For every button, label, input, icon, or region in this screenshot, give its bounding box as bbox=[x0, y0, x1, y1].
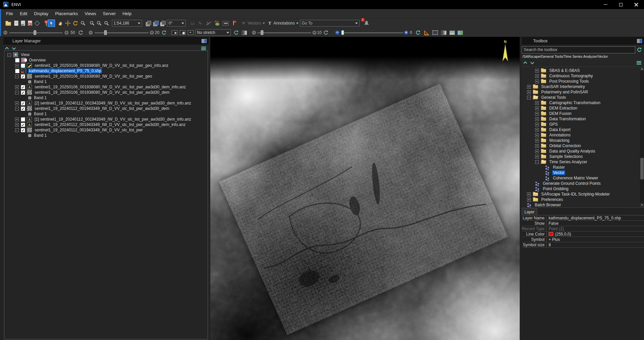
layer-label[interactable]: [2] sentinel1_19_20240112_001943349_IW_D… bbox=[34, 101, 192, 105]
tree-expander-icon[interactable] bbox=[535, 160, 539, 164]
tree-expander-icon[interactable] bbox=[535, 144, 539, 148]
notifications-button[interactable]: 1 bbox=[363, 19, 370, 27]
sharpen-slider-thumb[interactable] bbox=[261, 30, 263, 35]
annotations-dropdown[interactable]: Annotations bbox=[273, 20, 299, 27]
tree-expander-icon[interactable] bbox=[535, 133, 539, 137]
histogram-stretch-button[interactable] bbox=[241, 29, 248, 36]
tree-expander-icon[interactable] bbox=[7, 53, 11, 57]
tree-expander-icon[interactable] bbox=[535, 80, 539, 83]
layer-label[interactable]: sentinel1_19_20250106_001938080_IW_D_VV_… bbox=[34, 63, 169, 68]
layer-properties-tab[interactable]: Layer bbox=[522, 208, 537, 215]
transparency-slider[interactable] bbox=[341, 32, 403, 33]
tool-label[interactable]: Generate Ground Control Points bbox=[542, 181, 601, 186]
mensuration-button[interactable] bbox=[423, 29, 430, 36]
stretch-on-view-button[interactable] bbox=[171, 29, 178, 36]
roi-tool-button[interactable] bbox=[214, 19, 221, 27]
tree-expander-icon[interactable] bbox=[15, 85, 19, 89]
layer-label[interactable]: Band 1 bbox=[33, 133, 47, 138]
pan-tool-button[interactable] bbox=[56, 19, 64, 27]
image-view-canvas[interactable]: N bbox=[210, 37, 520, 340]
brightness-plus-button[interactable]: + bbox=[65, 31, 69, 35]
toolbox-tree-row[interactable]: Sample Selections bbox=[522, 154, 640, 159]
tool-label[interactable]: Polarimetry and PolInSAR bbox=[541, 90, 589, 94]
select-geometry-button[interactable] bbox=[33, 19, 41, 27]
order-top-button[interactable] bbox=[152, 19, 159, 27]
layer-tree-row[interactable]: View bbox=[4, 52, 208, 57]
tool-label[interactable]: DEM Extraction bbox=[549, 106, 578, 111]
property-value[interactable]: 8 bbox=[547, 243, 551, 247]
property-value[interactable]: Point (Z) bbox=[547, 226, 564, 231]
chip-export-button[interactable] bbox=[26, 19, 34, 27]
contrast-plus-button[interactable]: + bbox=[150, 31, 154, 35]
refresh-icon[interactable] bbox=[415, 30, 421, 35]
zoom-tool-button[interactable] bbox=[79, 19, 87, 27]
layer-tree-row[interactable]: sentinel1_19_20250106_001938080_IW_D_VV_… bbox=[4, 90, 208, 95]
toolbox-tree-row[interactable]: Batch Browser bbox=[522, 202, 640, 207]
tree-expander-icon[interactable] bbox=[15, 91, 19, 94]
tool-label[interactable]: Batch Browser bbox=[534, 203, 562, 207]
tree-expander-icon[interactable] bbox=[535, 112, 539, 116]
rotation-combo[interactable]: 0° bbox=[167, 20, 186, 27]
tool-label[interactable]: Preferences bbox=[541, 197, 564, 202]
toolbox-tree-row[interactable]: Mosaicking bbox=[522, 138, 640, 143]
zoom-out-button[interactable] bbox=[95, 19, 103, 27]
toolbox-tree-row[interactable]: General Tools bbox=[522, 95, 640, 100]
menu-item-views[interactable]: Views bbox=[81, 9, 99, 18]
stretch-custom-button[interactable] bbox=[187, 29, 194, 36]
toolbox-tree-row[interactable]: Data Transformation bbox=[522, 116, 640, 122]
layer-label[interactable]: sentinel1_19_20240112_001943349_IW_D_VV_… bbox=[34, 106, 170, 111]
layer-label[interactable]: sentinel1_19_20250106_001938080_IW_D_VV_… bbox=[34, 74, 153, 79]
layer-label[interactable]: sentinel1_19_20250106_001938080_IW_D_VV_… bbox=[34, 90, 170, 95]
menu-item-placemarks[interactable]: Placemarks bbox=[52, 9, 81, 18]
layer-tree-row[interactable]: Band 1 bbox=[4, 133, 208, 138]
tree-expander-icon[interactable] bbox=[15, 123, 19, 127]
tree-expander-icon[interactable] bbox=[535, 155, 539, 159]
open-ntf-button[interactable] bbox=[19, 19, 27, 27]
layer-visibility-checkbox[interactable] bbox=[21, 74, 25, 79]
layer-visibility-checkbox[interactable] bbox=[21, 85, 25, 89]
image-overlay-button[interactable] bbox=[448, 29, 456, 36]
refresh-icon[interactable] bbox=[233, 30, 239, 35]
image-blend-button[interactable] bbox=[457, 29, 464, 36]
contrast-slider-thumb[interactable] bbox=[104, 30, 107, 35]
vectors-filter-button[interactable] bbox=[240, 19, 247, 27]
toolbox-tree-row[interactable]: Annotations bbox=[522, 132, 640, 138]
raster-color-slice-button[interactable] bbox=[440, 29, 447, 36]
expand-all-button[interactable] bbox=[12, 46, 16, 50]
tool-label[interactable]: General Tools bbox=[541, 95, 567, 100]
layer-visibility-checkbox[interactable] bbox=[15, 69, 19, 73]
tree-expander-icon[interactable] bbox=[535, 107, 539, 110]
tree-expander-icon[interactable] bbox=[15, 128, 19, 132]
layer-visibility-checkbox[interactable] bbox=[21, 117, 25, 122]
property-value[interactable]: + Plus bbox=[547, 237, 560, 242]
layer-visibility-checkbox[interactable] bbox=[21, 107, 25, 111]
layer-tree-row[interactable]: Band 1 bbox=[4, 111, 208, 117]
menu-item-display[interactable]: Display bbox=[31, 9, 52, 18]
contrast-slider[interactable] bbox=[95, 32, 148, 33]
dock-panel-icon[interactable] bbox=[202, 39, 207, 43]
tool-label[interactable]: Sample Selections bbox=[549, 154, 583, 159]
toolbox-tree-row[interactable]: Post Processing Tools bbox=[522, 79, 640, 84]
layer-visibility-checkbox[interactable] bbox=[15, 58, 19, 62]
menu-item-server[interactable]: Server bbox=[99, 9, 119, 18]
toolbox-tree-row[interactable]: ScanSAR Interferometry bbox=[522, 84, 640, 89]
tree-expander-icon[interactable] bbox=[535, 101, 539, 105]
layer-label[interactable]: kathmandu_displacement_PS_75_0.shp bbox=[28, 69, 102, 73]
tree-expander-icon[interactable] bbox=[15, 64, 19, 68]
tool-label[interactable]: DEM Fusion bbox=[549, 111, 572, 116]
tool-label[interactable]: Vector bbox=[552, 170, 565, 175]
maximize-button[interactable] bbox=[613, 0, 629, 9]
tool-label[interactable]: Cartographic Transformation bbox=[549, 100, 601, 105]
annotation-text-button[interactable]: T bbox=[266, 19, 273, 27]
layer-label[interactable]: [1] sentinel1_19_20240112_001943349_IW_D… bbox=[34, 117, 192, 122]
goto-combo[interactable]: Go To bbox=[300, 20, 359, 27]
tool-label[interactable]: Data Export bbox=[549, 127, 571, 132]
layer-tree-row[interactable]: sentinel1_19_20240112_001943349_IW_D_VV_… bbox=[4, 106, 208, 111]
dock-panel-icon[interactable] bbox=[637, 39, 642, 43]
tree-expander-icon[interactable] bbox=[15, 101, 19, 105]
tool-label[interactable]: Orbital Correction bbox=[549, 143, 582, 148]
tree-expander-icon[interactable] bbox=[527, 85, 531, 89]
layer-tree-row[interactable]: Band 1 bbox=[4, 79, 208, 84]
zoom-to-full-button[interactable] bbox=[103, 19, 110, 27]
layer-tree-row[interactable]: kathmandu_displacement_PS_75_0.shp bbox=[4, 68, 208, 74]
